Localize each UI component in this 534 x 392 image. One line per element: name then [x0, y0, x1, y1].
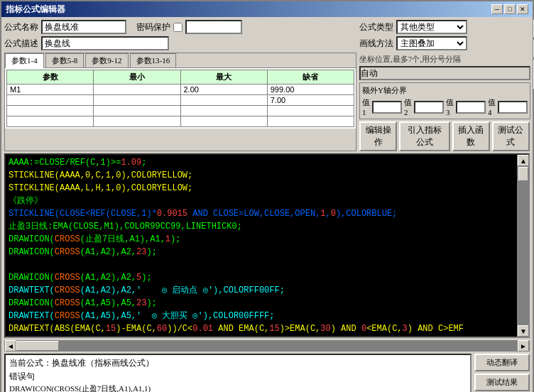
- code-line-7: DRAWICON(CROSS(止盈7日线,A1),A1,1);: [9, 233, 514, 246]
- code-hscrollbar[interactable]: ◄ ►: [4, 340, 530, 352]
- right-panel: 公式类型 其他类型 画线方法 主图叠加: [359, 20, 530, 151]
- window-title: 指标公式编辑器: [6, 4, 65, 16]
- params-table: 参数 最小 最大 缺省: [6, 70, 354, 127]
- scroll-thumb[interactable]: [518, 167, 528, 181]
- val4-label: 值4: [488, 97, 496, 116]
- val4-input[interactable]: [498, 101, 528, 114]
- extra-y-section: 额外Y轴分界 值1 值2 值3 值4: [359, 82, 530, 119]
- code-line-11: DRAWTEXT(CROSS(A1,A2),A2,' ◎ 启动点 ◎'),COL…: [9, 284, 514, 297]
- params-container: 参数1-4 参数5-8 参数9-12 参数13-16 参数 最小 最大: [4, 53, 356, 151]
- param-min-1[interactable]: [97, 85, 177, 94]
- param-name-1[interactable]: [10, 85, 90, 94]
- code-line-10: DRAWICON(CROSS(A1,A2),A2,5);: [9, 271, 514, 284]
- code-line-9: [9, 258, 514, 271]
- formula-desc-row: 公式描述: [4, 36, 356, 50]
- scroll-up-arrow[interactable]: ▲: [518, 155, 529, 166]
- param-default-3[interactable]: [271, 107, 351, 115]
- test-results-button[interactable]: 测试结果: [474, 374, 530, 391]
- param-max-3[interactable]: [184, 107, 264, 115]
- scroll-track[interactable]: [518, 166, 528, 325]
- col-max: 最大: [180, 70, 267, 85]
- main-window: 指标公式编辑器 ─ □ ✕ 公式名称 密码保护: [0, 0, 534, 392]
- side-buttons: 动态翻译 测试结果 参数精灵 1784: [474, 354, 530, 392]
- error-label: 错误句: [9, 371, 467, 383]
- main-content: 公式名称 密码保护 公式描述 参数1-4 参数5-8: [1, 17, 533, 392]
- code-line-6: 止盈3日线:EMA(CLOSE,M1),COLOR99CC99,LINETHIC…: [9, 220, 514, 233]
- param-default-1[interactable]: [271, 85, 351, 94]
- val2-label: 值2: [404, 97, 412, 116]
- param-min-2[interactable]: [97, 96, 177, 104]
- param-min-3[interactable]: [97, 107, 177, 115]
- val2-input[interactable]: [414, 101, 444, 114]
- code-line-2: STICKLINE(AAAA,0,C,1,0),COLORYELLOW;: [9, 169, 514, 182]
- coord-input[interactable]: [359, 66, 530, 80]
- extra-y-row: 值1 值2 值3 值4: [362, 97, 528, 116]
- code-editor: AAAA:=CLOSE/REF(C,1)>=1.09; STICKLINE(AA…: [4, 153, 530, 338]
- param-default-2[interactable]: [271, 96, 351, 104]
- code-line-1: AAAA:=CLOSE/REF(C,1)>=1.09;: [9, 156, 514, 169]
- param-name-4[interactable]: [10, 117, 90, 126]
- coord-label: 坐标位置,最多7个,用分号分隔: [359, 54, 530, 65]
- h-scroll-track[interactable]: [16, 341, 518, 351]
- insert-func-button[interactable]: 插入函数: [452, 121, 490, 151]
- param-max-4[interactable]: [184, 117, 264, 126]
- bottom-area: 当前公式：换盘线准（指标画线公式） 错误句 DRAWICON(CROSS(止盈7…: [4, 354, 530, 392]
- draw-method-label: 画线方法: [359, 38, 393, 50]
- tab-header: 参数1-4 参数5-8 参数9-12 参数13-16: [5, 53, 356, 68]
- editor-button-row: 编辑操作 引入指标公式 插入函数 测试公式: [359, 121, 530, 151]
- table-row: [7, 85, 354, 95]
- scroll-right-arrow[interactable]: ►: [518, 340, 529, 352]
- formula-name-input[interactable]: [41, 20, 126, 34]
- maximize-button[interactable]: □: [504, 4, 516, 14]
- tab-params-1-4[interactable]: 参数1-4: [5, 53, 44, 68]
- code-line-12: DRAWICON(CROSS(A1,A5),A5,23);: [9, 297, 514, 310]
- top-section: 公式名称 密码保护 公式描述 参数1-4 参数5-8: [4, 20, 530, 151]
- code-line-14: DRAWTEXT(ABS(EMA(C,15)-EMA(C,60))/C<0.01…: [9, 322, 514, 335]
- password-checkbox[interactable]: [173, 23, 182, 32]
- param-default-4[interactable]: [271, 117, 351, 126]
- right-top: 公式类型 其他类型 画线方法 主图叠加: [359, 20, 530, 119]
- draw-method-select[interactable]: 主图叠加: [396, 36, 467, 50]
- val1-label: 值1: [362, 97, 370, 116]
- scroll-left-arrow[interactable]: ◄: [5, 340, 16, 352]
- minimize-button[interactable]: ─: [491, 4, 503, 14]
- draw-method-row: 画线方法 主图叠加: [359, 36, 530, 50]
- param-max-2[interactable]: [184, 96, 264, 104]
- tab-params-5-8[interactable]: 参数5-8: [45, 53, 85, 67]
- h-scroll-thumb[interactable]: [16, 341, 59, 351]
- edit-op-button[interactable]: 编辑操作: [359, 121, 397, 151]
- formula-name-row: 公式名称 密码保护: [4, 20, 356, 34]
- code-content[interactable]: AAAA:=CLOSE/REF(C,1)>=1.09; STICKLINE(AA…: [6, 155, 517, 337]
- code-line-13: DRAWTEXT(CROSS(A1,A5),A5,' ◎ 大胆买 ◎'),COL…: [9, 310, 514, 322]
- val3-input[interactable]: [456, 101, 486, 114]
- tab-params-13-16[interactable]: 参数13-16: [130, 53, 177, 67]
- test-button[interactable]: 测试公式: [492, 121, 530, 151]
- right-form-area: 公式类型 其他类型 画线方法 主图叠加: [359, 20, 530, 119]
- scroll-down-arrow[interactable]: ▼: [518, 325, 529, 337]
- title-bar: 指标公式编辑器 ─ □ ✕: [1, 1, 533, 17]
- table-row: [7, 106, 354, 116]
- error-panel: 当前公式：换盘线准（指标画线公式） 错误句 DRAWICON(CROSS(止盈7…: [4, 354, 472, 392]
- param-name-2[interactable]: [10, 96, 90, 104]
- formula-type-row: 公式类型 其他类型: [359, 20, 530, 34]
- close-button[interactable]: ✕: [517, 4, 528, 14]
- import-button[interactable]: 引入指标公式: [399, 121, 450, 151]
- formula-desc-input[interactable]: [41, 36, 169, 50]
- table-row: [7, 95, 354, 106]
- param-max-1[interactable]: [184, 85, 264, 94]
- formula-type-select[interactable]: 其他类型: [396, 20, 467, 34]
- code-line-5: STICKLINE(CLOSE<REF(CLOSE,1)*0.9015 AND …: [9, 207, 514, 220]
- col-default: 缺省: [267, 70, 354, 85]
- col-param: 参数: [7, 70, 94, 85]
- password-input[interactable]: [185, 20, 242, 34]
- val1-input[interactable]: [372, 101, 402, 114]
- dynamic-translate-button[interactable]: 动态翻译: [474, 354, 530, 371]
- tab-params-9-12[interactable]: 参数9-12: [85, 53, 128, 67]
- tab-content: 参数 最小 最大 缺省: [5, 68, 356, 129]
- param-name-3[interactable]: [10, 107, 90, 115]
- param-min-4[interactable]: [97, 117, 177, 126]
- table-row: [7, 116, 354, 127]
- extra-y-label: 额外Y轴分界: [362, 85, 528, 96]
- formula-desc-label: 公式描述: [4, 38, 38, 50]
- code-vscrollbar[interactable]: ▲ ▼: [517, 155, 528, 337]
